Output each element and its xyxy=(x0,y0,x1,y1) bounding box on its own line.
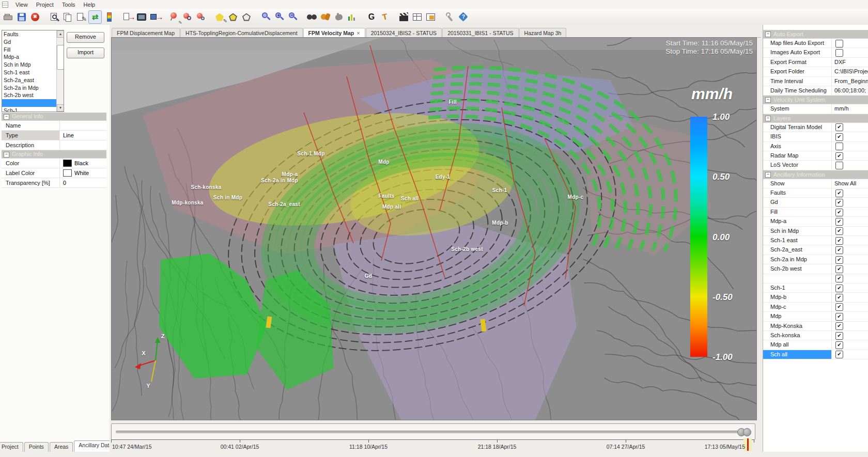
save-icon[interactable] xyxy=(16,11,28,23)
current-time-marker[interactable] xyxy=(747,438,749,451)
tab-ibis2-status[interactable]: 20150324_IBIS2 - STATUS xyxy=(366,28,442,37)
checkbox[interactable]: ✔ xyxy=(835,303,843,311)
chart-tool-icon[interactable] xyxy=(346,11,359,23)
zoom-in-icon[interactable]: + xyxy=(273,11,286,23)
layout-windows-icon[interactable] xyxy=(411,11,424,23)
point-zoom-a-icon[interactable] xyxy=(181,11,194,23)
zoom-selection-icon[interactable] xyxy=(260,11,272,23)
collapse-icon[interactable] xyxy=(4,114,9,120)
checkbox[interactable]: ✔ xyxy=(835,265,843,273)
open-project-icon[interactable] xyxy=(2,11,14,23)
ancillary-layer-listbox[interactable]: Faults Gd Fill Mdp-a Sch in Mdp Sch-1 ea… xyxy=(2,30,64,112)
checkbox[interactable]: ✔ xyxy=(835,218,843,226)
checkbox[interactable]: ✔ xyxy=(835,322,843,330)
checkbox[interactable] xyxy=(835,49,843,57)
scroll-down-icon[interactable] xyxy=(57,104,64,112)
checkbox[interactable] xyxy=(835,143,843,150)
setting-value[interactable]: C:\IBIS\Project xyxy=(831,67,868,76)
name-value[interactable] xyxy=(60,121,106,130)
print-preview-icon[interactable] xyxy=(48,11,60,23)
setting-value[interactable]: mm/h xyxy=(831,104,868,113)
edit-document-icon[interactable]: ✎ xyxy=(75,11,87,23)
checkbox[interactable]: ✔ xyxy=(835,152,843,160)
export-image-icon[interactable]: → xyxy=(149,11,161,23)
tab-points[interactable]: Points xyxy=(24,442,49,452)
zoom-out-icon[interactable]: − xyxy=(287,11,299,23)
collapse-icon[interactable] xyxy=(4,152,9,157)
list-item[interactable]: Gd xyxy=(2,38,64,46)
checkbox[interactable]: ✔ xyxy=(835,199,843,207)
color-value[interactable]: Black xyxy=(60,159,106,168)
checkbox[interactable]: ✔ xyxy=(835,332,843,340)
list-item[interactable]: Sch-2b west xyxy=(2,91,64,99)
transparency-value[interactable]: 0 xyxy=(60,178,106,187)
checkbox[interactable]: ✔ xyxy=(835,256,843,264)
menu-help[interactable]: Help xyxy=(80,1,100,8)
show-all-value[interactable]: Show All xyxy=(831,179,868,188)
add-point-icon[interactable]: ✎ xyxy=(168,11,180,23)
import-button[interactable]: Import xyxy=(67,48,104,58)
checkbox[interactable]: ✔ xyxy=(835,351,843,358)
menu-view[interactable]: View xyxy=(11,1,32,8)
menu-tools[interactable]: Tools xyxy=(58,1,80,8)
list-item[interactable]: Fill xyxy=(2,46,64,54)
setting-value[interactable]: DXF xyxy=(831,58,868,67)
tab-fpm-displacement-map[interactable]: FPM Displacement Map xyxy=(112,28,180,37)
movie-maker-icon[interactable] xyxy=(398,11,410,23)
checkbox[interactable]: ✔ xyxy=(835,313,843,321)
checkbox[interactable]: ✔ xyxy=(835,190,843,197)
color-swatch[interactable] xyxy=(63,160,72,167)
list-item[interactable]: Mdp-a xyxy=(2,53,64,61)
checkbox[interactable]: ✔ xyxy=(835,246,843,254)
layout-report-icon[interactable] xyxy=(425,11,437,23)
label-color-value[interactable]: White xyxy=(60,168,106,178)
list-item[interactable]: Sch-1 east xyxy=(2,69,64,76)
tab-close-icon[interactable] xyxy=(357,29,360,37)
section-tool-icon[interactable]: T xyxy=(379,11,391,23)
setting-value[interactable]: From_Beginning xyxy=(831,77,868,86)
tab-hazard-map-3h[interactable]: Hazard Map 3h xyxy=(519,28,567,37)
list-item-selected[interactable] xyxy=(2,99,64,107)
find-orange-icon[interactable] xyxy=(319,11,332,23)
time-range-slider[interactable] xyxy=(111,423,755,440)
help-icon[interactable]: ? xyxy=(457,11,470,23)
collapse-icon[interactable] xyxy=(765,172,771,178)
edit-polygon-icon[interactable] xyxy=(227,11,240,23)
ancillary-info-header[interactable]: Ancillary Information xyxy=(763,170,868,179)
polygon-outline-icon[interactable] xyxy=(241,11,253,23)
type-value[interactable]: Line xyxy=(60,131,106,140)
list-item[interactable]: Sch-1 xyxy=(2,107,64,112)
checkbox[interactable]: ✔ xyxy=(835,227,843,235)
list-scrollbar[interactable] xyxy=(56,30,64,112)
slider-groove[interactable] xyxy=(116,431,751,433)
slider-handle-right[interactable] xyxy=(743,428,751,436)
checkbox[interactable]: ✔ xyxy=(835,123,843,131)
tab-fpm-velocity-map[interactable]: FPM Velocity Map xyxy=(303,28,365,37)
swap-compare-icon[interactable]: ⇄ xyxy=(88,10,102,24)
list-item[interactable]: Sch-2a_east xyxy=(2,76,64,84)
close-icon[interactable]: ✖ xyxy=(29,11,41,23)
checkbox[interactable]: ✔ xyxy=(835,209,843,216)
export-map-icon[interactable]: → xyxy=(122,11,134,23)
tab-project[interactable]: Project xyxy=(0,442,23,452)
list-item[interactable]: Sch in Mdp xyxy=(2,61,64,69)
general-info-header[interactable]: General Info xyxy=(2,113,106,121)
remove-button[interactable]: Remove xyxy=(67,32,104,43)
label-color-swatch[interactable] xyxy=(63,169,72,177)
tab-hts-toppling[interactable]: HTS-TopplingRegion-ComulativeDisplacemen… xyxy=(180,28,303,37)
point-zoom-b-icon[interactable] xyxy=(195,11,207,23)
checkbox[interactable] xyxy=(835,40,843,48)
copy-icon[interactable] xyxy=(61,11,74,23)
checkbox[interactable] xyxy=(835,162,843,169)
checkbox[interactable]: ✔ xyxy=(835,133,843,141)
google-earth-icon[interactable]: G xyxy=(365,11,378,23)
scroll-up-icon[interactable] xyxy=(57,30,64,38)
checkbox[interactable]: ✔ xyxy=(835,275,843,282)
color-scale-icon[interactable] xyxy=(103,11,115,23)
menu-project[interactable]: Project xyxy=(32,1,58,8)
collapse-icon[interactable] xyxy=(765,31,771,37)
ancillary-label[interactable]: Sch all xyxy=(763,350,831,359)
pan-icon[interactable] xyxy=(333,11,345,23)
checkbox[interactable]: ✔ xyxy=(835,294,843,302)
scroll-thumb[interactable] xyxy=(57,45,64,70)
